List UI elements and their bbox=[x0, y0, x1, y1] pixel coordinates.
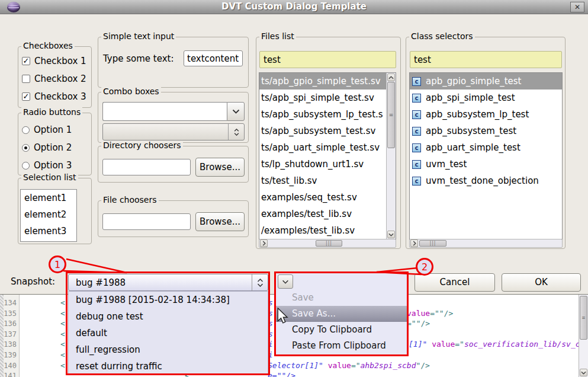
file-list-item[interactable]: /examples/test_lib.sv bbox=[259, 222, 386, 239]
code-token: soc_verification_lib/sv_c bbox=[464, 340, 580, 349]
snapshot-menu[interactable]: SaveSave As...Copy To ClipboardPaste Fro… bbox=[276, 290, 407, 354]
class-icon: c bbox=[412, 143, 421, 152]
selection-listbox[interactable]: element1element2element3 bbox=[20, 189, 77, 242]
editor-scrollbar-thumb[interactable]: ≡ bbox=[580, 296, 587, 340]
class-list-item[interactable]: capb_subsystem_lp_test bbox=[410, 106, 562, 123]
file-browse-button[interactable]: Browse... bbox=[195, 212, 245, 231]
menu-item[interactable]: Save As... bbox=[276, 306, 407, 322]
snapshot-dropdown-list[interactable]: bug #1988 [2015-02-18 14:34:38]debug one… bbox=[68, 291, 268, 375]
radio-row[interactable]: Option 3 bbox=[22, 159, 72, 171]
annotation-circle-1: 1 bbox=[49, 255, 66, 273]
radio-row[interactable]: Option 1 bbox=[22, 124, 72, 136]
editable-combo-box[interactable] bbox=[102, 102, 245, 121]
group-file-label: File choosers bbox=[101, 195, 159, 205]
files-scroll-down-button[interactable] bbox=[387, 231, 395, 238]
snapshot-dropdown-item[interactable]: full_regression bbox=[69, 341, 268, 358]
menu-item[interactable]: Copy To Clipboard bbox=[276, 322, 407, 338]
checkbox-label: Checkbox 1 bbox=[34, 56, 86, 66]
editor-scrollbar-down-button[interactable] bbox=[580, 369, 587, 376]
radio-label: Option 1 bbox=[34, 124, 72, 135]
checkbox-icon[interactable] bbox=[22, 75, 30, 83]
files-scroll-up-button[interactable] bbox=[387, 74, 395, 81]
simple-text-input[interactable] bbox=[184, 50, 243, 66]
radio-label: Option 2 bbox=[34, 142, 72, 153]
file-list-item[interactable]: ts/apb_spi_simple_test.sv bbox=[259, 90, 386, 106]
radio-icon[interactable] bbox=[22, 144, 30, 152]
list-item[interactable]: element2 bbox=[21, 206, 76, 223]
group-combo-label: Combo boxes bbox=[101, 87, 161, 96]
group-checkboxes: Checkboxes ✓Checkbox 1Checkbox 2✓Checkbo… bbox=[18, 46, 92, 108]
checkbox-row[interactable]: ✓Checkbox 3 bbox=[22, 91, 86, 103]
combo-box-text-field[interactable] bbox=[102, 102, 227, 121]
ok-button[interactable]: OK bbox=[502, 273, 581, 292]
dialog-titlebar[interactable]: DVT Custom Dialog Template ✕ bbox=[0, 0, 588, 14]
files-scrollbar-thumb[interactable]: ≡ bbox=[387, 82, 395, 148]
code-token: i bbox=[268, 340, 273, 349]
code-token: =""/> bbox=[407, 319, 430, 328]
class-listbox[interactable]: capb_gpio_simple_testcapb_spi_simple_tes… bbox=[409, 72, 563, 239]
directory-path-input[interactable] bbox=[102, 159, 191, 175]
code-fragment: < bbox=[60, 329, 65, 339]
checkbox-icon[interactable]: ✓ bbox=[22, 92, 30, 101]
class-scroll-right-button[interactable] bbox=[410, 239, 418, 247]
file-path-input[interactable] bbox=[102, 213, 191, 230]
file-list-item[interactable]: ts/apb_subsystem_lp_test.s bbox=[259, 106, 386, 123]
files-filter-input[interactable] bbox=[259, 51, 396, 68]
files-horizontal-scrollbar[interactable]: ||| bbox=[259, 239, 396, 248]
list-item[interactable]: element3 bbox=[21, 223, 76, 239]
radio-icon[interactable] bbox=[22, 162, 30, 170]
class-hscrollbar-thumb[interactable]: ||| bbox=[419, 240, 446, 247]
class-icon: c bbox=[412, 77, 421, 86]
menu-item[interactable]: Paste From Clipboard bbox=[276, 338, 407, 354]
snapshot-combo-box[interactable]: bug #1988 bbox=[68, 274, 268, 291]
directory-browse-button[interactable]: Browse... bbox=[195, 158, 245, 177]
radio-row[interactable]: Option 2 bbox=[22, 142, 72, 154]
file-list-item[interactable]: ts/test_lib.sv bbox=[259, 172, 386, 189]
snapshot-dropdown-item[interactable]: default bbox=[69, 325, 268, 341]
cancel-button[interactable]: Cancel bbox=[415, 273, 495, 292]
class-list-item[interactable]: capb_uart_simple_test bbox=[410, 139, 562, 156]
snapshot-dropdown-item[interactable]: reset durring traffic bbox=[69, 358, 268, 375]
file-list-item[interactable]: examples/test_lib.sv bbox=[259, 206, 386, 222]
files-scroll-right-button[interactable] bbox=[260, 239, 268, 247]
group-radio-buttons: Radio buttons Option 1Option 2Option 3 bbox=[18, 113, 92, 175]
close-icon[interactable]: ✕ bbox=[570, 2, 584, 12]
files-vertical-scrollbar[interactable]: ≡ bbox=[386, 73, 396, 239]
class-horizontal-scrollbar[interactable]: ||| bbox=[409, 239, 563, 248]
file-list-item[interactable]: ts/apb_subsystem_test.sv bbox=[259, 123, 386, 139]
snapshot-dropdown-item[interactable]: bug #1988 [2015-02-18 14:34:38] bbox=[69, 292, 268, 308]
code-token: Selector[1]" bbox=[268, 361, 328, 370]
file-list-item[interactable]: ts/apb_gpio_simple_test.sv bbox=[259, 73, 386, 90]
checkbox-label: Checkbox 3 bbox=[34, 91, 86, 102]
code-token: s bbox=[268, 298, 273, 307]
snapshot-label: Snapshot: bbox=[11, 276, 55, 287]
snapshot-menu-chevron-button[interactable] bbox=[278, 274, 293, 289]
checkbox-row[interactable]: Checkbox 2 bbox=[22, 73, 86, 85]
class-list-item[interactable]: capb_subsystem_test bbox=[410, 123, 562, 139]
list-item[interactable]: element1 bbox=[21, 190, 76, 206]
code-fragment: s bbox=[268, 308, 273, 318]
class-list-item[interactable]: capb_gpio_simple_test bbox=[410, 73, 562, 90]
files-listbox[interactable]: ts/apb_gpio_simple_test.svts/apb_spi_sim… bbox=[259, 72, 396, 239]
dvt-custom-dialog-window: 134135136137138139140141 <s<svalue=""/><… bbox=[0, 0, 588, 377]
snapshot-dropdown-item[interactable]: debug one test bbox=[69, 308, 268, 325]
code-fragment: e=""/> bbox=[268, 370, 295, 377]
editor-vertical-scrollbar[interactable]: ≡ bbox=[579, 295, 588, 377]
class-list-item[interactable]: cuvm_test_done_objection bbox=[410, 172, 562, 189]
files-hscrollbar-thumb[interactable]: ||| bbox=[316, 240, 342, 247]
class-list-item[interactable]: capb_spi_simple_test bbox=[410, 90, 562, 106]
class-list-item[interactable]: cuvm_test bbox=[410, 156, 562, 172]
file-list-item[interactable]: ts/apb_uart_simple_test.sv bbox=[259, 139, 386, 156]
checkbox-row[interactable]: ✓Checkbox 1 bbox=[22, 55, 86, 67]
file-list-item[interactable]: ts/lp_shutdown_urt1.sv bbox=[259, 156, 386, 172]
dropdown-combo-box[interactable] bbox=[102, 123, 245, 140]
class-filter-input[interactable] bbox=[410, 51, 562, 68]
spinner-arrows-icon[interactable] bbox=[228, 124, 244, 140]
snapshot-spinner-icon[interactable] bbox=[252, 274, 268, 290]
radio-icon[interactable] bbox=[22, 126, 30, 134]
file-list-item[interactable]: examples/seq_test.sv bbox=[259, 189, 386, 206]
code-token: s bbox=[268, 330, 273, 338]
chevron-down-icon[interactable] bbox=[227, 102, 245, 121]
checkbox-icon[interactable]: ✓ bbox=[22, 57, 30, 65]
class-icon: c bbox=[412, 177, 421, 186]
